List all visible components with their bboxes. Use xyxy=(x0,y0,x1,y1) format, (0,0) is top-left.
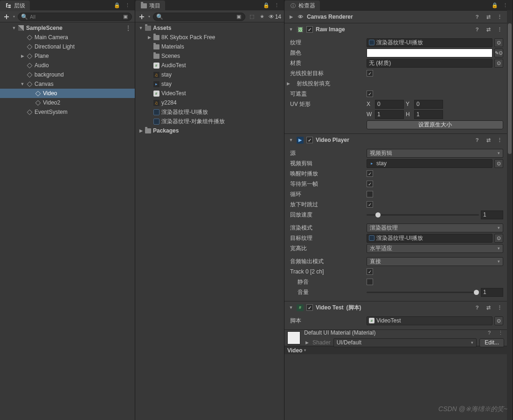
foldout-icon[interactable]: ▶ xyxy=(20,54,25,58)
play-on-awake-checkbox[interactable] xyxy=(367,170,373,177)
scrollbar-thumb[interactable] xyxy=(508,23,512,154)
uv-h-field[interactable] xyxy=(414,110,443,119)
kebab-menu-icon[interactable]: ⋮ xyxy=(497,329,504,336)
uv-x-field[interactable] xyxy=(375,100,404,109)
add-button[interactable] xyxy=(138,13,146,21)
maskable-checkbox[interactable] xyxy=(367,91,373,97)
search-filter-icon[interactable]: ▣ xyxy=(122,14,129,20)
tree-item[interactable]: ▶渲染器纹理-对象组件播放 xyxy=(135,117,284,126)
eyedropper-icon[interactable]: ✎ xyxy=(494,49,503,57)
tree-item[interactable]: ▶Audio xyxy=(0,61,135,70)
tree-item[interactable]: ▶VideoTest xyxy=(135,89,284,98)
material-field[interactable]: 无 (材质) xyxy=(367,59,492,68)
preset-icon[interactable]: ⇄ xyxy=(485,26,492,33)
filter-favorite-icon[interactable]: ★ xyxy=(258,13,266,21)
track-checkbox[interactable] xyxy=(367,268,373,275)
enable-checkbox[interactable] xyxy=(306,137,313,143)
hidden-count[interactable]: 👁 14 xyxy=(269,14,281,20)
tree-item[interactable]: ▶渲染器纹理-UI播放 xyxy=(135,107,284,117)
kebab-menu-icon[interactable]: ⋮ xyxy=(496,26,503,33)
help-icon[interactable]: ? xyxy=(473,26,481,33)
foldout-icon[interactable]: ▼ xyxy=(138,26,144,30)
component-header[interactable]: ▶ 👁 Canvas Renderer ? ⇄ ⋮ xyxy=(284,11,507,23)
lock-icon[interactable]: 🔒 xyxy=(491,1,499,9)
foldout-icon[interactable]: ▶ xyxy=(138,128,144,133)
object-picker-icon[interactable] xyxy=(494,159,503,168)
inspector-tab[interactable]: ⓘ 检查器 xyxy=(284,0,320,11)
foldout-icon[interactable]: ▶ xyxy=(304,340,310,345)
tree-item[interactable]: ▶background xyxy=(0,70,135,79)
packages-row[interactable]: ▶Packages xyxy=(135,126,284,135)
tree-item[interactable]: ▶Materials xyxy=(135,42,284,51)
scene-row[interactable]: ▼ SampleScene ⋮ xyxy=(0,23,135,33)
help-icon[interactable]: ? xyxy=(473,13,481,21)
help-icon[interactable]: ? xyxy=(473,304,481,311)
tree-item[interactable]: ▶EventSystem xyxy=(0,107,135,117)
tree-item[interactable]: ▶8K Skybox Pack Free xyxy=(135,33,284,42)
object-picker-icon[interactable] xyxy=(494,38,503,47)
component-header[interactable]: ▼ Video Player ? ⇄ ⋮ xyxy=(284,134,507,146)
preset-icon[interactable]: ⇄ xyxy=(485,136,492,144)
component-header[interactable]: ▼ Raw Image ? ⇄ ⋮ xyxy=(284,23,507,35)
help-icon[interactable]: ? xyxy=(473,136,481,144)
loop-checkbox[interactable] xyxy=(367,191,373,197)
audio-output-dropdown[interactable]: 直接 xyxy=(367,257,503,266)
enable-checkbox[interactable] xyxy=(306,304,313,311)
set-native-size-button[interactable]: 设置原生大小 xyxy=(367,120,503,129)
dropdown-icon[interactable]: ▾ xyxy=(304,348,306,352)
assets-row[interactable]: ▼Assets xyxy=(135,23,284,33)
component-header[interactable]: ▼ Video Test (脚本) ? ⇄ ⋮ xyxy=(284,301,507,314)
tree-item-selected[interactable]: ▶Video xyxy=(0,89,135,98)
kebab-menu-icon[interactable]: ⋮ xyxy=(496,13,503,21)
foldout-icon[interactable]: ▼ xyxy=(288,27,294,32)
lock-icon[interactable]: 🔒 xyxy=(113,1,121,9)
raycast-target-checkbox[interactable] xyxy=(367,70,373,77)
enable-checkbox[interactable] xyxy=(306,26,313,33)
video-clip-field[interactable]: stay xyxy=(367,159,492,168)
add-dropdown-icon[interactable]: ▾ xyxy=(148,14,150,19)
volume-slider[interactable] xyxy=(367,288,479,297)
render-mode-dropdown[interactable]: 渲染器纹理 xyxy=(367,224,503,232)
color-field[interactable] xyxy=(367,49,492,57)
lock-icon[interactable]: 🔒 xyxy=(263,1,270,9)
kebab-menu-icon[interactable]: ⋮ xyxy=(496,304,503,311)
tree-item[interactable]: ▶Video2 xyxy=(0,98,135,107)
playback-speed-slider[interactable] xyxy=(367,210,479,219)
edit-button[interactable]: Edit... xyxy=(479,338,504,347)
tree-item[interactable]: ▶AudioTest xyxy=(135,61,284,70)
scene-kebab-icon[interactable]: ⋮ xyxy=(125,25,135,31)
mute-checkbox[interactable] xyxy=(367,279,373,285)
foldout-icon[interactable]: ▶ xyxy=(285,81,291,86)
tree-item[interactable]: ▶Directional Light xyxy=(0,42,135,51)
filter-type-icon[interactable]: ⬚ xyxy=(248,13,256,21)
foldout-icon[interactable]: ▼ xyxy=(288,138,294,142)
hierarchy-tab[interactable]: 层级 xyxy=(0,0,30,11)
tree-item[interactable]: ▼Canvas xyxy=(0,79,135,89)
target-texture-field[interactable]: 渲染器纹理-UI播放 xyxy=(367,234,492,243)
foldout-icon[interactable]: ▼ xyxy=(11,26,17,30)
kebab-menu-icon[interactable]: ⋮ xyxy=(273,1,280,9)
foldout-icon[interactable]: ▼ xyxy=(288,305,294,310)
aspect-ratio-dropdown[interactable]: 水平适应 xyxy=(367,244,503,253)
foldout-icon[interactable]: ▶ xyxy=(288,14,294,19)
kebab-menu-icon[interactable]: ⋮ xyxy=(124,1,131,9)
search-filter-icon[interactable]: ▣ xyxy=(236,14,242,20)
playback-speed-field[interactable] xyxy=(481,210,503,219)
texture-field[interactable]: 渲染器纹理-UI播放 xyxy=(367,38,492,47)
scrollbar[interactable] xyxy=(507,10,513,420)
uv-w-field[interactable] xyxy=(375,110,404,119)
tree-item[interactable]: ▶y2284 xyxy=(135,98,284,107)
volume-field[interactable] xyxy=(481,288,503,297)
preset-icon[interactable]: ⇄ xyxy=(485,13,492,21)
add-button[interactable] xyxy=(3,13,10,21)
tree-item[interactable]: ▶stay xyxy=(135,70,284,79)
search-input[interactable]: 🔍 ▣ xyxy=(153,13,245,21)
wait-first-frame-checkbox[interactable] xyxy=(367,181,373,187)
help-icon[interactable]: ? xyxy=(485,329,493,336)
object-picker-icon[interactable] xyxy=(494,234,503,243)
search-field[interactable] xyxy=(165,14,234,20)
shader-dropdown[interactable]: UI/Default xyxy=(333,338,477,347)
project-tab[interactable]: 项目 xyxy=(135,0,165,11)
object-picker-icon[interactable] xyxy=(494,59,503,68)
uv-y-field[interactable] xyxy=(414,100,443,109)
